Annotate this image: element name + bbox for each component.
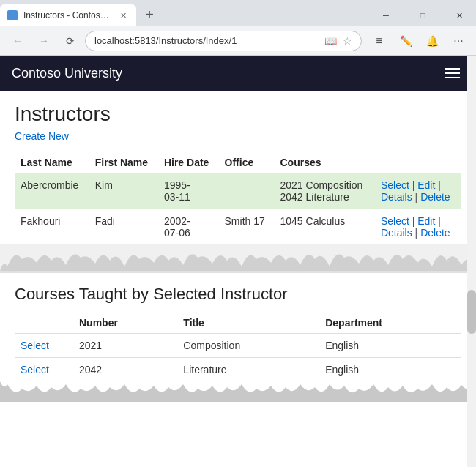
details-link-1[interactable]: Details [381,191,412,203]
close-button[interactable]: ✕ [442,4,476,26]
browser-titlebar: Instructors - Contoso U... ✕ + ─ □ ✕ [0,0,476,26]
course-number-cell: 2021 [73,334,177,358]
cell-first-name: Fadi [89,209,158,245]
menu-icon[interactable]: ≡ [368,29,391,53]
cell-office [219,173,275,209]
course-row: Select 2042 Literature English [15,358,461,382]
col-number-header: Number [73,313,177,334]
cell-courses: 2021 Composition2042 Literature [275,173,375,209]
course-row: Select 2021 Composition English [15,334,461,358]
col-dept-header: Department [319,313,461,334]
course-number-cell: 2042 [73,358,177,382]
cell-hire-date: 2002-07-06 [158,209,219,245]
col-header-actions [375,152,461,173]
reader-icon: 📖 [324,35,337,47]
back-button[interactable]: ← [6,29,29,53]
hamburger-line2 [445,72,460,74]
table-row: Fakhouri Fadi 2002-07-06 Smith 17 1045 C… [15,209,461,245]
create-new-link[interactable]: Create New [15,130,69,142]
course-select-link-2[interactable]: Select [21,364,49,376]
cell-last-name: Abercrombie [15,173,89,209]
navigation-bar: ← → ⟳ localhost:5813/Instructors/Index/1… [0,26,476,56]
hamburger-menu[interactable] [441,64,464,83]
cell-first-name: Kim [89,173,158,209]
new-tab-button[interactable]: + [139,6,160,26]
course-select-link-1[interactable]: Select [21,340,49,351]
separator: | [415,191,421,203]
page-title: Instructors [15,102,461,126]
cell-courses: 1045 Calculus [275,209,375,245]
separator: | [438,215,441,227]
separator: | [438,179,441,191]
torn-svg [0,244,476,271]
cell-actions: Select | Edit | Details | Delete [375,209,461,245]
courses-section: Courses Taught by Selected Instructor Nu… [0,271,476,381]
col-select-header [15,313,73,334]
profile-icon[interactable]: 🔔 [420,29,444,53]
col-header-last-name: Last Name [15,152,89,173]
bookmark-icon[interactable]: ☆ [343,35,352,47]
address-text: localhost:5813/Instructors/Index/1 [94,35,319,46]
address-bar[interactable]: localhost:5813/Instructors/Index/1 📖 ☆ [85,31,362,51]
courses-table: Number Title Department Select 2021 Comp… [15,313,461,381]
torn-divider [0,244,476,271]
forward-button[interactable]: → [32,29,56,53]
more-icon[interactable]: ··· [447,29,470,53]
col-header-courses: Courses [275,152,375,173]
refresh-button[interactable]: ⟳ [59,29,82,53]
edit-link-2[interactable]: Edit [417,215,435,227]
instructors-table: Last Name First Name Hire Date Office Co… [15,152,461,244]
hamburger-line3 [445,77,460,78]
course-title-cell: Composition [177,334,319,358]
separator: | [415,227,421,239]
bottom-torn-svg [0,381,476,402]
details-link-2[interactable]: Details [381,227,412,239]
tab-favicon [7,10,18,20]
col-header-hire-date: Hire Date [158,152,219,173]
scrollbar-thumb[interactable] [467,290,476,334]
delete-link-2[interactable]: Delete [420,227,450,239]
select-link-2[interactable]: Select [381,215,409,227]
table-row: Abercrombie Kim 1995-03-11 2021 Composit… [15,173,461,209]
col-header-first-name: First Name [89,152,158,173]
courses-section-title: Courses Taught by Selected Instructor [15,285,461,304]
course-title-cell: Literature [177,358,319,382]
cell-office: Smith 17 [219,209,275,245]
course-dept-cell: English [319,358,461,382]
cell-actions: Select | Edit | Details | Delete [375,173,461,209]
col-header-office: Office [219,152,275,173]
nav-icons: ≡ ✏️ 🔔 ··· [368,29,470,53]
app-brand: Contoso University [12,66,122,81]
edit-icon[interactable]: ✏️ [394,29,417,53]
course-dept-cell: English [319,334,461,358]
cell-last-name: Fakhouri [15,209,89,245]
col-title-header: Title [177,313,319,334]
edit-link-1[interactable]: Edit [417,179,435,191]
courses-header-row: Number Title Department [15,313,461,334]
tab-title: Instructors - Contoso U... [23,10,111,20]
browser-tab[interactable]: Instructors - Contoso U... ✕ [0,4,136,26]
course-select-cell: Select [15,334,73,358]
delete-link-1[interactable]: Delete [420,191,450,203]
scrollbar[interactable] [467,56,476,467]
window-controls: ─ □ ✕ [369,4,476,26]
bottom-torn-divider [0,381,476,402]
tab-close-button[interactable]: ✕ [117,10,129,21]
minimize-button[interactable]: ─ [369,4,403,26]
app-navbar: Contoso University [0,56,476,91]
hamburger-line1 [445,68,460,70]
cell-hire-date: 1995-03-11 [158,173,219,209]
page-content: Instructors Create New Last Name First N… [0,91,476,244]
select-link-1[interactable]: Select [381,179,409,191]
course-select-cell: Select [15,358,73,382]
maximize-button[interactable]: □ [406,4,439,26]
table-header-row: Last Name First Name Hire Date Office Co… [15,152,461,173]
